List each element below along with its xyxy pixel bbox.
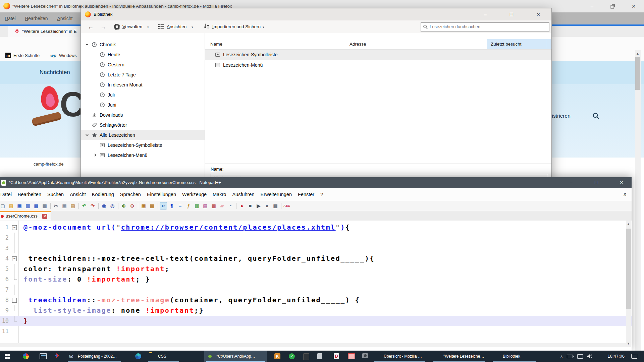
npp-menu-fenster[interactable]: Fenster <box>295 188 317 201</box>
bookmark-item[interactable]: Erste Schritte <box>13 50 40 61</box>
paste-icon[interactable]: ▤ <box>69 202 76 209</box>
tree-item-letzte-7-tage[interactable]: Letzte 7 Tage <box>81 70 205 80</box>
record-macro-icon[interactable]: ● <box>238 202 245 209</box>
scrollbar-up-arrow[interactable]: ▲ <box>636 52 639 55</box>
fold-margin[interactable] <box>11 243 17 253</box>
scheduler-icon[interactable]: ◔ <box>227 202 234 209</box>
npp-menu-bearbeiten[interactable]: Bearbeiten <box>15 188 44 201</box>
thunderbird-task[interactable]: ✉Posteingang - 2002… <box>66 351 123 362</box>
fold-margin[interactable] <box>11 274 17 285</box>
tree-item-alle-lesezeichen[interactable]: Alle Lesezeichen <box>81 130 205 140</box>
table-row[interactable]: Lesezeichen-Menü <box>205 60 551 70</box>
scrollbar-thumb[interactable] <box>626 229 631 309</box>
npp-menu-erweiterungen[interactable]: Erweiterungen <box>258 188 295 201</box>
tray-chevron-icon[interactable]: ∧ <box>560 351 563 362</box>
npp-menu-ausfhren[interactable]: Ausführen <box>229 188 257 201</box>
camera-app-icon[interactable] <box>358 351 373 362</box>
npp-menu-ansicht[interactable]: Ansicht <box>67 188 89 201</box>
battery-icon[interactable] <box>567 355 573 358</box>
library-close-button[interactable]: ✕ <box>530 8 547 20</box>
taskbar-clock[interactable]: 16:47:06 <box>607 351 625 362</box>
fold-margin[interactable] <box>11 316 17 326</box>
play-macro-icon[interactable]: ▶ <box>255 202 262 209</box>
edge-icon[interactable] <box>131 351 146 362</box>
npp-menu-sprachen[interactable]: Sprachen <box>117 188 144 201</box>
fold-margin[interactable]: − <box>11 253 17 264</box>
code-line-6[interactable]: 6font-size: 0 !important; } <box>0 274 632 285</box>
views-button[interactable]: Ansichten <box>167 20 186 33</box>
editor-hscrollbar[interactable] <box>0 343 626 347</box>
firefox-menu-nsicht[interactable]: Ansicht <box>52 12 77 24</box>
npp-menu-suchen[interactable]: Suchen <box>44 188 67 201</box>
network-display-icon[interactable] <box>577 354 583 359</box>
cut-icon[interactable]: ✂ <box>53 202 59 209</box>
function-list-icon[interactable]: ƒ <box>185 202 192 209</box>
firefox-minimize-button[interactable]: – <box>582 0 602 12</box>
replace-icon[interactable]: ◎ <box>109 202 116 209</box>
zoom-in-icon[interactable]: ⊕ <box>120 202 127 209</box>
restore-session-icon[interactable]: ▦ <box>149 202 155 209</box>
code-line-5[interactable]: 5color: transparent !important; <box>0 264 632 274</box>
npp-menu-[interactable]: ? <box>317 188 326 201</box>
firefox-task-bibliothek[interactable]: Bibliothek <box>491 351 538 362</box>
tree-item-schlagwörter[interactable]: Schlagwörter <box>81 120 205 130</box>
notepadpp-close-button[interactable]: ✕ <box>612 177 631 188</box>
code-line-10[interactable]: 10} <box>0 316 632 326</box>
npp-menu-kodierung[interactable]: Kodierung <box>89 188 117 201</box>
redo-icon[interactable]: ↷ <box>89 202 96 209</box>
notepadpp-minimize-button[interactable]: – <box>561 177 581 188</box>
chevron-right-icon[interactable] <box>93 153 97 157</box>
library-back-icon[interactable]: ← <box>88 23 94 31</box>
fold-margin[interactable] <box>11 264 17 274</box>
column-header-adresse[interactable]: Adresse <box>350 39 366 49</box>
site-nav-nachrichten[interactable]: Nachrichten <box>40 61 70 84</box>
tree-item-heute[interactable]: Heute <box>81 50 205 60</box>
undo-icon[interactable]: ↶ <box>81 202 88 209</box>
snippet-icon[interactable]: ▧ <box>210 202 217 209</box>
tree-item-juli[interactable]: Juli <box>81 90 205 100</box>
tree-item-in-diesem-monat[interactable]: In diesem Monat <box>81 80 205 90</box>
document-map-icon[interactable]: ▤ <box>202 202 209 209</box>
breadcrumb[interactable]: camp-firefox.de <box>34 162 64 167</box>
fold-margin[interactable] <box>11 326 17 337</box>
restore-last-icon[interactable]: ▣ <box>140 202 147 209</box>
firefox-menu-atei[interactable]: Datei <box>0 12 20 24</box>
tree-item-gestern[interactable]: Gestern <box>81 60 205 70</box>
bookmark-search-input[interactable]: Lesezeichen durchsuchen <box>421 22 549 32</box>
npp-menu-werkzeuge[interactable]: Werkzeuge <box>179 188 210 201</box>
tree-item-juni[interactable]: Juni <box>81 100 205 110</box>
fold-margin[interactable]: − <box>11 295 17 305</box>
code-line-9[interactable]: 9 list-style-image: none !important;} <box>0 305 632 316</box>
speaker-icon[interactable] <box>587 354 593 359</box>
close-document-button[interactable]: X <box>620 188 630 201</box>
scrollbar-thumb[interactable] <box>635 57 640 90</box>
spellcheck-icon[interactable]: ABC <box>283 202 290 209</box>
firefox-close-button[interactable]: ✕ <box>623 0 644 12</box>
code-line-2[interactable]: 2 <box>0 233 632 243</box>
scrollbar-up-arrow[interactable]: ▲ <box>627 222 630 226</box>
import-backup-button[interactable]: Importieren und Sichern <box>212 20 261 33</box>
npp-menu-makro[interactable]: Makro <box>210 188 229 201</box>
find-icon[interactable]: ◉ <box>101 202 107 209</box>
presentation-app-icon[interactable] <box>35 351 50 362</box>
gray-doc-icon[interactable] <box>313 351 328 362</box>
folder-workspace-icon[interactable]: ▰ <box>219 202 225 209</box>
chevron-down-icon[interactable] <box>85 133 89 137</box>
code-line-4[interactable]: 4− treechildren::-moz-tree-cell-text(con… <box>0 253 632 264</box>
document-tab[interactable]: userChrome.css ✕ <box>0 211 51 220</box>
tree-item-chronik[interactable]: Chronik <box>81 40 205 50</box>
bird-app-icon[interactable] <box>52 351 67 362</box>
fold-margin[interactable]: − <box>11 222 17 233</box>
fold-margin[interactable] <box>11 233 17 243</box>
code-line-11[interactable]: 11 <box>0 326 632 337</box>
save-as-icon[interactable]: ▥ <box>24 202 31 209</box>
column-header-name[interactable]: Name <box>210 39 222 49</box>
npp-menu-datei[interactable]: Datei <box>0 188 15 201</box>
fold-margin[interactable] <box>11 285 17 295</box>
save-macro-icon[interactable]: ▦ <box>272 202 279 209</box>
tree-item-lesezeichen-menü[interactable]: Lesezeichen-Menü <box>81 150 205 160</box>
npp-menu-einstellungen[interactable]: Einstellungen <box>144 188 179 201</box>
code-line-1[interactable]: 1−@-moz-document url("chrome://browser/c… <box>0 222 632 233</box>
code-line-8[interactable]: 8− treechildren::-moz-tree-image(contain… <box>0 295 632 305</box>
manage-button[interactable]: Verwalten <box>122 20 142 33</box>
